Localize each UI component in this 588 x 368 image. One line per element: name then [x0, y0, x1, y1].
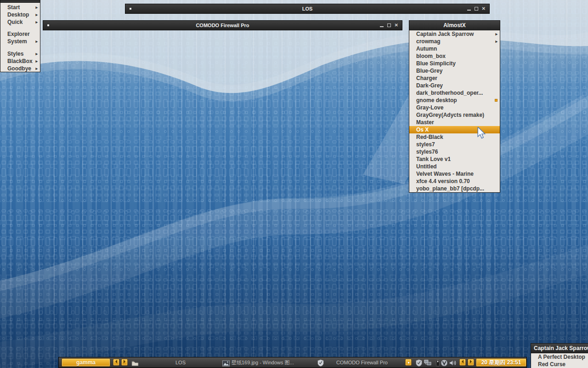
window-comodo-titlebar[interactable]: COMODO Firewall Pro ✕ [43, 20, 402, 30]
style-item-velvet-waves-marine[interactable]: Velvet Waves - Marine [409, 170, 500, 178]
folder-icon [131, 360, 139, 367]
style-item-blue-grey[interactable]: Blue-Grey [409, 67, 500, 75]
comodo-shield-icon [317, 359, 324, 367]
root-menu-item-desktop[interactable]: Desktop ▸ [0, 11, 40, 18]
style-item-gray-love[interactable]: Gray-Love [409, 104, 500, 111]
maximize-button[interactable] [387, 23, 391, 27]
root-menu-item-label: BlackBox [7, 58, 33, 64]
style-item-blue-simplicity[interactable]: Blue Simplicity [409, 60, 500, 67]
tray-network-computers-icon[interactable] [424, 359, 431, 367]
clock-next-button[interactable] [468, 359, 474, 366]
style-item-xfce-44[interactable]: xfce 4.4 version 0.70 [409, 178, 500, 185]
style-item-crowmag[interactable]: crowmag ▸ [409, 38, 500, 45]
taskbar: gamma LOS 壁纸169.jpg - Windows 图... COMOD… [58, 357, 527, 368]
root-menu-item-label: Goodbye [7, 65, 31, 72]
submenu-arrow-icon: ▸ [35, 18, 38, 26]
close-button[interactable]: ✕ [395, 23, 398, 28]
task-comodo[interactable]: COMODO Firewall Pro [325, 357, 399, 368]
root-menu-item-styles[interactable]: Styles ▸ [0, 50, 40, 58]
current-style-marker-icon [495, 99, 498, 102]
taskbar-clock[interactable]: 20 星期四 23:51 [476, 358, 526, 367]
submenu-arrow-icon: ▸ [35, 4, 38, 11]
style-item-captain-jack-sparrow[interactable]: Captain Jack Sparrow ▸ [409, 30, 500, 38]
submenu-arrow-icon: ▸ [35, 11, 38, 18]
tray-volume-icon[interactable] [449, 359, 457, 367]
arrow-left-icon [114, 360, 118, 363]
submenu-arrow-icon: ▸ [35, 38, 38, 45]
style-item-os-x[interactable]: Os X [409, 126, 500, 133]
arrow-right-icon [123, 360, 126, 363]
submenu-arrow-icon: ▸ [495, 30, 498, 38]
substyle-menu-captain-jack-sparrow: Captain Jack Sparrow A Perfect Desktop R… [531, 343, 588, 368]
tray-comodo-shield-icon[interactable] [415, 359, 423, 367]
workspace-prev-button[interactable] [113, 359, 119, 366]
close-button[interactable]: ✕ [482, 6, 486, 11]
root-menu-item-label: Start [7, 4, 20, 11]
tray-toggle-button[interactable] [405, 359, 412, 366]
workspace-button[interactable]: gamma [62, 358, 110, 367]
image-file-icon [222, 360, 230, 367]
dot-icon [408, 362, 409, 363]
style-item-gnome-desktop[interactable]: gnome desktop [409, 97, 500, 104]
window-los-titlebar[interactable]: LOS ✕ [125, 4, 490, 14]
task-los[interactable]: LOS [141, 357, 220, 368]
substyle-item-a-perfect-desktop[interactable]: A Perfect Desktop [531, 353, 588, 361]
root-menu-item-system[interactable]: System ▸ [0, 38, 40, 45]
root-menu-item-label: Desktop [7, 12, 29, 18]
submenu-arrow-icon: ▸ [35, 65, 38, 72]
root-menu-item-goodbye[interactable]: Goodbye ▸ [0, 65, 40, 72]
root-menu-item-explorer[interactable]: Explorer [0, 30, 40, 38]
window-title: LOS [125, 4, 489, 13]
style-item-red-black[interactable]: Red-Black [409, 133, 500, 141]
maximize-button[interactable] [475, 7, 478, 11]
style-item-styles7[interactable]: styles7 [409, 141, 500, 148]
window-title: COMODO Firewall Pro [43, 21, 402, 30]
root-menu: Start ▸ Desktop ▸ Quick ▸ Explorer Syste… [0, 0, 40, 72]
style-item-autumn[interactable]: Autumn [409, 45, 500, 52]
minimize-button[interactable] [380, 23, 384, 27]
style-item-tank-love-v1[interactable]: Tank Love v1 [409, 155, 500, 163]
tray-cpu-meter-icon[interactable] [441, 359, 448, 367]
root-menu-item-label: Styles [7, 51, 23, 57]
arrow-right-icon [469, 360, 473, 363]
root-menu-item-start[interactable]: Start ▸ [0, 4, 40, 11]
style-item-graygrey[interactable]: GrayGrey(Adycts remake) [409, 111, 500, 119]
root-menu-item-label: Quick [7, 19, 23, 25]
root-menu-item-blackbox[interactable]: BlackBox ▸ [0, 58, 40, 65]
menu-separator [0, 26, 40, 30]
task-image-viewer[interactable]: 壁纸169.jpg - Windows 图... [232, 357, 314, 368]
style-item-bloom-box[interactable]: bloom_box [409, 52, 500, 60]
window-icon [130, 8, 131, 10]
style-item-master[interactable]: Master [409, 119, 500, 126]
root-menu-item-label: Explorer [7, 31, 30, 37]
arrow-left-icon [461, 360, 464, 363]
style-item-dark-brotherhood[interactable]: dark_brotherhood_oper... [409, 89, 500, 97]
submenu-arrow-icon: ▸ [495, 38, 498, 45]
clock-prev-button[interactable] [459, 359, 466, 366]
submenu-arrow-icon: ▸ [35, 58, 38, 65]
substyle-item-red-curse[interactable]: Red Curse [531, 361, 588, 368]
style-item-dark-grey[interactable]: Dark-Grey [409, 82, 500, 89]
style-item-charger[interactable]: Charger [409, 75, 500, 82]
submenu-arrow-icon: ▸ [35, 50, 38, 58]
style-item-yobo-plane-bb7[interactable]: yobo_plane_bb7 [dpcdp... [409, 185, 500, 192]
workspace-next-button[interactable] [121, 359, 128, 366]
minimize-button[interactable] [467, 7, 471, 11]
window-icon [47, 24, 49, 26]
substyle-menu-title[interactable]: Captain Jack Sparrow [531, 344, 588, 353]
style-item-untitled[interactable]: Untitled [409, 163, 500, 170]
style-menu-almostx: AlmostX Captain Jack Sparrow ▸ crowmag ▸… [409, 20, 500, 193]
root-menu-item-label: System [7, 38, 27, 45]
menu-separator [0, 45, 40, 50]
style-item-styles76[interactable]: styles76 [409, 148, 500, 155]
root-menu-item-quick[interactable]: Quick ▸ [0, 18, 40, 26]
desktop: { "colors": { "accent_orange": "#e3991a"… [0, 0, 588, 368]
style-menu-title[interactable]: AlmostX [409, 21, 500, 30]
